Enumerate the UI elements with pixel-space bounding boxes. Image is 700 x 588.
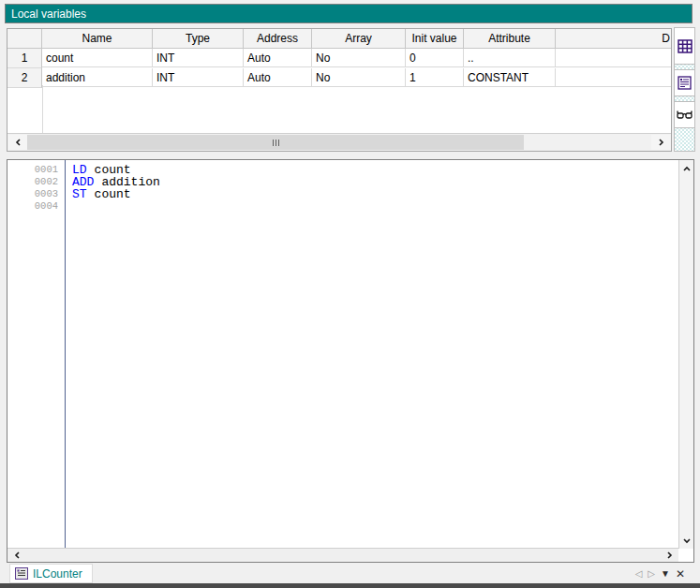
- scroll-up-button[interactable]: [679, 162, 693, 175]
- document-lines-icon: [15, 567, 28, 580]
- cell-attribute[interactable]: ..: [464, 49, 556, 67]
- cell-init-value[interactable]: 0: [406, 49, 464, 67]
- cell-description[interactable]: [556, 49, 671, 67]
- rownum-column-divider: [42, 85, 43, 134]
- document-lines-icon: [678, 76, 692, 90]
- code-line[interactable]: 0004: [7, 200, 678, 213]
- code-lines: 0001 LD count 0002 ADD addition 0003 ST …: [7, 164, 678, 213]
- local-variables-table: Name Type Address Array Init value Attri…: [7, 28, 672, 152]
- row-number[interactable]: 2: [7, 68, 42, 88]
- table-grid-icon: [678, 39, 693, 53]
- panel-title-bar: Local variables: [5, 4, 693, 23]
- variable-grid: Name Type Address Array Init value Attri…: [7, 29, 671, 88]
- cell-address[interactable]: Auto: [244, 49, 312, 67]
- line-number: 0004: [7, 200, 63, 213]
- column-header-attribute[interactable]: Attribute: [464, 29, 556, 49]
- cell-attribute[interactable]: CONSTANT: [464, 68, 556, 87]
- chevron-right-icon: [666, 551, 673, 559]
- column-header-type[interactable]: Type: [153, 29, 244, 49]
- cell-address[interactable]: Auto: [244, 68, 312, 87]
- glasses-icon: [677, 110, 693, 121]
- chevron-right-icon: [658, 139, 664, 146]
- editor-horizontal-scrollbar[interactable]: [7, 548, 678, 562]
- column-header-init-value[interactable]: Init value: [406, 29, 464, 49]
- cell-init-value[interactable]: 1: [406, 68, 464, 87]
- find-button[interactable]: [675, 101, 694, 128]
- thumb-grip: [276, 140, 276, 146]
- column-header-address[interactable]: Address: [244, 29, 312, 49]
- tab-scroll-left-button[interactable]: ◁: [635, 568, 643, 579]
- chevron-left-icon: [15, 139, 22, 146]
- tab-close-button[interactable]: ✕: [676, 567, 685, 581]
- il-keyword: ST: [72, 188, 87, 200]
- table-horizontal-scrollbar[interactable]: [7, 133, 671, 151]
- panel-title: Local variables: [11, 7, 86, 21]
- code-area[interactable]: 0001 LD count 0002 ADD addition 0003 ST …: [7, 160, 678, 549]
- scroll-down-button[interactable]: [679, 534, 693, 547]
- cell-name[interactable]: count: [42, 49, 153, 67]
- tab-controls: ◁ ▷ ▼ ✕: [635, 564, 685, 583]
- table-view-button[interactable]: [675, 28, 694, 65]
- row-number[interactable]: 1: [7, 49, 42, 68]
- tab-ilcounter[interactable]: ILCounter: [9, 564, 93, 583]
- thumb-grip: [273, 140, 274, 146]
- tab-menu-button[interactable]: ▼: [661, 568, 670, 579]
- bottom-edge: [0, 583, 700, 588]
- il-operand: count: [95, 188, 131, 200]
- gutter-separator: [65, 160, 66, 549]
- line-number: 0003: [7, 188, 63, 200]
- cell-type[interactable]: INT: [153, 68, 244, 87]
- tab-scroll-right-button[interactable]: ▷: [648, 568, 655, 579]
- cell-array[interactable]: No: [312, 49, 406, 67]
- scroll-left-button[interactable]: [8, 549, 25, 561]
- cell-type[interactable]: INT: [153, 49, 244, 67]
- line-number: 0001: [7, 164, 63, 176]
- panel-root: { "panel": { "title": "Local variables" …: [0, 0, 700, 588]
- il-code-editor[interactable]: 0001 LD count 0002 ADD addition 0003 ST …: [7, 159, 694, 563]
- cell-name[interactable]: addition: [42, 68, 153, 87]
- column-header-name[interactable]: Name: [42, 29, 153, 49]
- code-line[interactable]: 0003 ST count: [7, 188, 678, 200]
- cell-array[interactable]: No: [312, 68, 406, 87]
- scroll-right-button[interactable]: [661, 549, 678, 561]
- chevron-down-icon: [683, 537, 691, 544]
- column-header-description-clipped[interactable]: D: [556, 29, 671, 49]
- chevron-left-icon: [14, 551, 21, 559]
- scroll-right-button[interactable]: [651, 135, 670, 150]
- column-header-rownum[interactable]: [7, 29, 42, 49]
- side-toolbar: [674, 27, 695, 152]
- column-header-array[interactable]: Array: [312, 29, 406, 49]
- scroll-left-button[interactable]: [8, 135, 27, 150]
- document-tab-bar: ILCounter ◁ ▷ ▼ ✕: [0, 564, 700, 583]
- editor-vertical-scrollbar[interactable]: [678, 160, 693, 549]
- chevron-up-icon: [683, 166, 691, 172]
- thumb-grip: [278, 140, 279, 146]
- tab-label: ILCounter: [33, 567, 82, 581]
- line-number: 0002: [7, 176, 63, 188]
- document-view-button[interactable]: [675, 69, 694, 96]
- cell-description[interactable]: [556, 68, 671, 87]
- scrollbar-thumb[interactable]: [27, 135, 524, 150]
